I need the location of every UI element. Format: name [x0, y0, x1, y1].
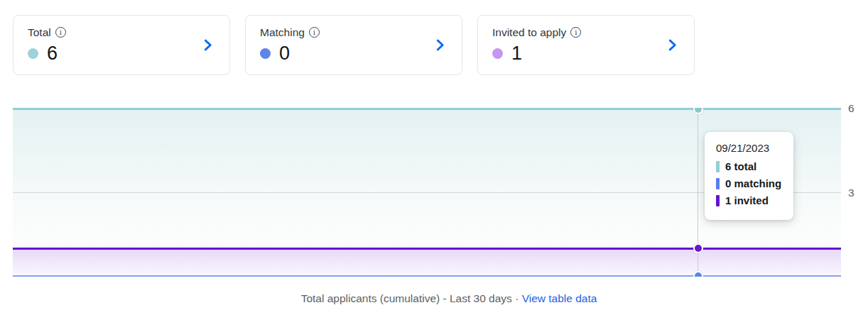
tooltip-label: 0 matching [725, 177, 781, 189]
total-color-dot [28, 48, 38, 59]
stat-card-matching[interactable]: Matching i 0 [245, 15, 462, 75]
info-icon[interactable]: i [570, 27, 581, 38]
matching-point-marker [693, 271, 703, 277]
stat-card-content: Invited to apply i 1 [492, 26, 581, 65]
chart-tooltip: 09/21/2023 6 total 0 matching 1 invited [705, 132, 793, 220]
stat-card-value: 6 [47, 43, 58, 65]
stat-card-content: Matching i 0 [260, 26, 320, 65]
stat-card-value: 0 [279, 43, 291, 65]
caption-text: Total applicants (cumulative) - Last 30 … [301, 292, 512, 304]
matching-series-line [13, 275, 841, 277]
stat-card-label: Invited to apply [492, 26, 566, 39]
info-icon[interactable]: i [55, 27, 66, 38]
invited-point-marker [693, 243, 703, 253]
tooltip-label: 6 total [725, 160, 756, 172]
stat-card-label: Total [28, 26, 51, 39]
tooltip-row-total: 6 total [716, 160, 782, 172]
y-axis-tick-6: 6 [848, 102, 855, 115]
matching-swatch [716, 178, 720, 189]
total-point-marker [693, 108, 703, 114]
info-icon[interactable]: i [309, 27, 320, 38]
invited-series-line [13, 248, 841, 250]
chevron-right-icon[interactable] [666, 39, 678, 51]
tooltip-date: 09/21/2023 [716, 142, 782, 154]
stat-card-invited[interactable]: Invited to apply i 1 [477, 15, 695, 75]
stat-card-value: 1 [511, 43, 523, 65]
y-axis-tick-3: 3 [848, 187, 855, 199]
invited-swatch [716, 195, 720, 206]
total-series-line [13, 108, 841, 110]
chevron-right-icon[interactable] [202, 39, 214, 51]
tooltip-row-matching: 0 matching [716, 177, 782, 189]
stat-card-content: Total i 6 [28, 26, 66, 65]
invited-color-dot [492, 48, 503, 59]
caption-separator: · [515, 292, 521, 304]
invited-series-area [13, 248, 841, 277]
tooltip-label: 1 invited [725, 194, 769, 206]
stat-card-label: Matching [260, 26, 305, 39]
tooltip-row-invited: 1 invited [716, 194, 782, 206]
matching-color-dot [260, 48, 271, 59]
total-swatch [716, 161, 720, 172]
chevron-right-icon[interactable] [434, 39, 446, 51]
chart-caption: Total applicants (cumulative) - Last 30 … [0, 292, 868, 305]
stat-card-total[interactable]: Total i 6 [13, 15, 230, 75]
view-table-data-link[interactable]: View table data [522, 292, 597, 304]
